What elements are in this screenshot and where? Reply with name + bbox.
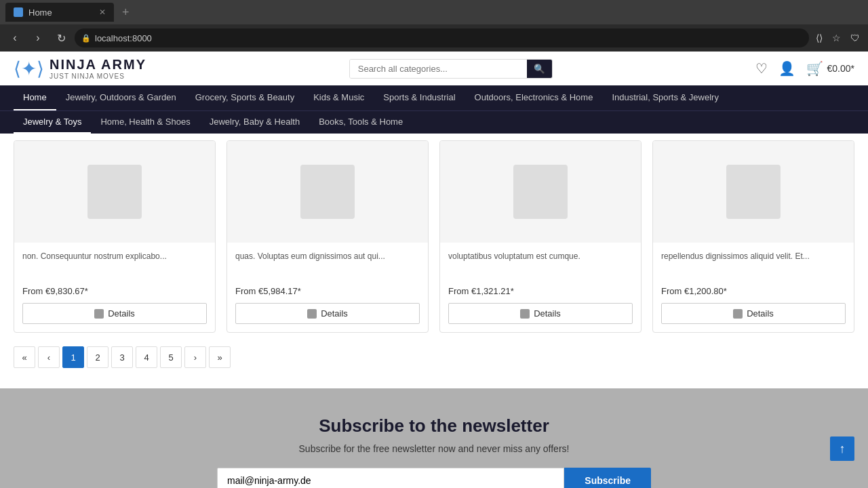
primary-nav: Home Jewelry, Outdoors & Garden Grocery,… [0, 85, 868, 110]
logo-text-main: NINJA ARMY [50, 57, 146, 73]
logo-text-sub: JUST NINJA MOVES [50, 73, 146, 80]
back-to-top-btn[interactable]: ↑ [830, 436, 854, 461]
newsletter-email-input[interactable] [217, 468, 564, 488]
newsletter-form: Subscribe [217, 468, 651, 488]
product-desc-4: repellendus dignissimos aliquid velit. E… [661, 251, 846, 278]
tab-title: Home [28, 7, 52, 18]
product-thumbnail-1 [87, 165, 142, 219]
search-input[interactable] [350, 60, 527, 78]
page-last-btn[interactable]: » [209, 346, 231, 368]
forward-btn[interactable]: › [28, 28, 47, 47]
product-image-4 [653, 141, 854, 243]
subnav-books-tools[interactable]: Books, Tools & Home [309, 111, 412, 134]
details-btn-1[interactable]: Details [22, 303, 207, 324]
extensions-btn[interactable]: ⟨⟩ [813, 30, 825, 46]
refresh-btn[interactable]: ↻ [52, 28, 71, 47]
product-card: quas. Voluptas eum dignissimos aut qui..… [226, 140, 429, 333]
nav-item-jewelry-outdoors[interactable]: Jewelry, Outdoors & Garden [56, 85, 186, 110]
nav-item-home[interactable]: Home [14, 85, 56, 110]
newsletter-title: Subscribe to the newsletter [14, 415, 854, 436]
product-card: voluptatibus voluptatum est cumque. From… [439, 140, 642, 333]
nav-item-industrial[interactable]: Industrial, Sports & Jewelry [602, 85, 728, 110]
search-bar: 🔍 [349, 59, 553, 79]
page-3-btn[interactable]: 3 [111, 346, 133, 368]
page-4-btn[interactable]: 4 [136, 346, 157, 368]
page-1-btn[interactable]: 1 [62, 346, 84, 368]
product-card: repellendus dignissimos aliquid velit. E… [652, 140, 854, 333]
cart-icon: 🛒 [806, 60, 823, 77]
cart-small-icon-1 [94, 309, 104, 319]
product-image-2 [227, 141, 428, 243]
page-5-btn[interactable]: 5 [160, 346, 182, 368]
wishlist-icon[interactable]: ♡ [755, 60, 768, 77]
address-text: localhost:8000 [95, 33, 152, 43]
cart-small-icon-4 [733, 309, 743, 319]
cart-area[interactable]: 🛒 €0.00* [806, 60, 854, 77]
header-icons: ♡ 👤 🛒 €0.00* [755, 60, 854, 77]
pagination: « ‹ 1 2 3 4 5 › » [14, 346, 854, 368]
bookmark-btn[interactable]: ☆ [829, 30, 844, 46]
page-2-btn[interactable]: 2 [87, 346, 108, 368]
newsletter-subtitle: Subscribe for the free newsletter now an… [14, 443, 854, 454]
product-price-1: From €9,830.67* [22, 286, 207, 296]
subnav-jewelry-toys[interactable]: Jewelry & Toys [14, 111, 91, 134]
newsletter-section: Subscribe to the newsletter Subscribe fo… [0, 388, 868, 488]
search-button[interactable]: 🔍 [527, 60, 552, 78]
nav-item-kids[interactable]: Kids & Music [304, 85, 374, 110]
page-next-btn[interactable]: › [184, 346, 206, 368]
newsletter-subscribe-btn[interactable]: Subscribe [564, 468, 651, 488]
tab-favicon [14, 7, 23, 17]
site-header: ⟨✦⟩ NINJA ARMY JUST NINJA MOVES 🔍 ♡ 👤 🛒 … [0, 52, 868, 85]
product-price-4: From €1,200.80* [661, 286, 846, 296]
logo[interactable]: ⟨✦⟩ NINJA ARMY JUST NINJA MOVES [14, 57, 146, 80]
cart-price: €0.00* [827, 63, 854, 74]
product-desc-1: non. Consequuntur nostrum explicabo... [22, 251, 207, 278]
subnav-jewelry-baby[interactable]: Jewelry, Baby & Health [200, 111, 309, 134]
nav-item-outdoors[interactable]: Outdoors, Electronics & Home [465, 85, 603, 110]
logo-icon: ⟨✦⟩ [14, 58, 44, 80]
product-image-1 [14, 141, 215, 243]
cart-small-icon-3 [520, 309, 530, 319]
product-thumbnail-4 [726, 165, 781, 219]
product-desc-3: voluptatibus voluptatum est cumque. [448, 251, 633, 278]
product-card: non. Consequuntur nostrum explicabo... F… [14, 140, 216, 333]
products-section: non. Consequuntur nostrum explicabo... F… [0, 134, 868, 388]
product-grid: non. Consequuntur nostrum explicabo... F… [14, 140, 854, 333]
account-icon[interactable]: 👤 [778, 60, 795, 77]
tab-close-btn[interactable]: ✕ [99, 7, 106, 17]
subnav-home-health[interactable]: Home, Health & Shoes [91, 111, 199, 134]
shield-icon: 🛡 [848, 30, 863, 46]
product-image-3 [440, 141, 641, 243]
product-thumbnail-2 [300, 165, 355, 219]
nav-item-grocery[interactable]: Grocery, Sports & Beauty [186, 85, 304, 110]
browser-tab[interactable]: Home ✕ [5, 3, 114, 22]
product-thumbnail-3 [513, 165, 568, 219]
details-btn-2[interactable]: Details [235, 303, 420, 324]
lock-icon: 🔒 [81, 34, 91, 43]
secondary-nav: Jewelry & Toys Home, Health & Shoes Jewe… [0, 110, 868, 134]
page-prev-btn[interactable]: ‹ [38, 346, 60, 368]
back-btn[interactable]: ‹ [5, 28, 24, 47]
new-tab-btn[interactable]: + [117, 5, 135, 20]
product-price-3: From €1,321.21* [448, 286, 633, 296]
address-bar[interactable]: 🔒 localhost:8000 [75, 28, 809, 47]
details-btn-3[interactable]: Details [448, 303, 633, 324]
details-btn-4[interactable]: Details [661, 303, 846, 324]
nav-item-sports[interactable]: Sports & Industrial [374, 85, 465, 110]
page-first-btn[interactable]: « [14, 346, 35, 368]
product-desc-2: quas. Voluptas eum dignissimos aut qui..… [235, 251, 420, 278]
product-price-2: From €5,984.17* [235, 286, 420, 296]
cart-small-icon-2 [307, 309, 317, 319]
